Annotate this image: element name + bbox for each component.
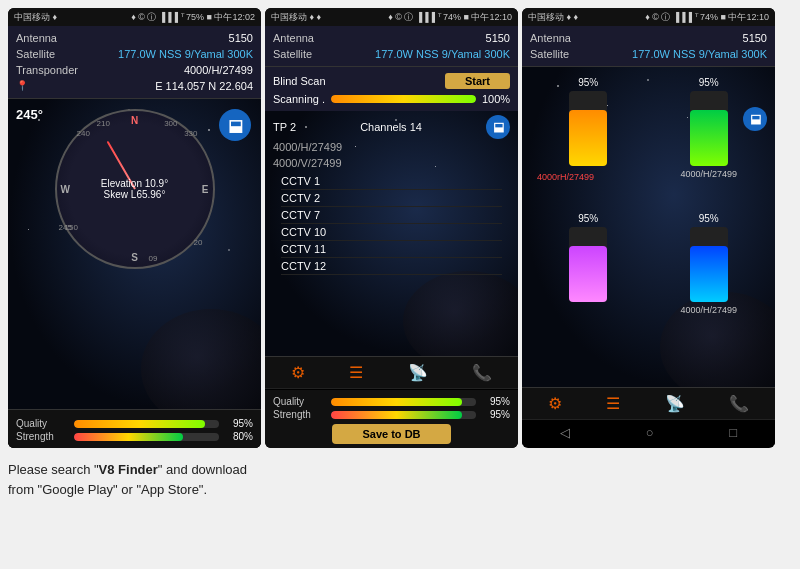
compass-north: N bbox=[131, 115, 138, 126]
signal-bar-fill-4 bbox=[690, 246, 728, 302]
settings-icon-3[interactable]: ⚙ bbox=[548, 394, 562, 413]
strength-fill-1 bbox=[74, 433, 183, 441]
signal-label-4: 4000/H/27499 bbox=[680, 305, 737, 315]
antenna-label-2: Antenna bbox=[273, 32, 314, 44]
signal-bar-fill-2 bbox=[690, 110, 728, 166]
signal-pct-4-top: 95% bbox=[699, 213, 719, 224]
compass-south: S bbox=[131, 252, 138, 263]
description-section: Please search "V8 Finder" and download f… bbox=[0, 452, 800, 499]
satellite-row-2: Satellite 177.0W NSS 9/Yamal 300K bbox=[273, 46, 510, 62]
satellite-row-1: Satellite 177.0W NSS 9/Yamal 300K bbox=[16, 46, 253, 62]
phone-icon-2[interactable]: 📞 bbox=[472, 363, 492, 382]
transponder-label-1: Transponder bbox=[16, 64, 78, 76]
strength-track-2 bbox=[331, 411, 476, 419]
bars-section-2: Quality 95% Strength 95% Save to DB bbox=[265, 390, 518, 448]
bluetooth-button-2[interactable]: ⬓ bbox=[486, 115, 510, 139]
transponder-row-1: Transponder 4000/H/27499 bbox=[16, 62, 253, 78]
antenna-row-3: Antenna 5150 bbox=[530, 30, 767, 46]
tp-row: TP 2 Channels 14 ⬓ bbox=[273, 115, 510, 139]
save-to-db-button[interactable]: Save to DB bbox=[332, 424, 450, 444]
quality-bar-1: Quality 95% bbox=[16, 418, 253, 429]
phone-screen-3: 中国移动 ♦ ♦ ♦ © ⓘ ▐▐▐ ᵀ 74% ■ 中午12:10 Anten… bbox=[522, 8, 775, 448]
phone-icon-3[interactable]: 📞 bbox=[729, 394, 749, 413]
strength-label-2: Strength bbox=[273, 409, 325, 420]
signal-bar-fill-1 bbox=[569, 110, 607, 166]
channel-cctv11: CCTV 11 bbox=[281, 241, 502, 258]
signal-bar-3 bbox=[569, 227, 607, 302]
transponder1: 4000/H/27499 bbox=[273, 139, 510, 155]
compass-west: W bbox=[61, 184, 70, 195]
phone-screen-1: 中国移动 ♦ ♦ © ⓘ ▐▐▐ ᵀ 75% ■ 中午12:02 Antenna… bbox=[8, 8, 261, 448]
description-line1-post: " and download bbox=[158, 462, 247, 477]
antenna-value-3: 5150 bbox=[743, 32, 767, 44]
bluetooth-btn-3-container: ⬓ bbox=[743, 107, 767, 131]
quality-fill-1 bbox=[74, 420, 205, 428]
signal-bars-grid: 95% 95% 4000/H/27499 ⬓ bbox=[522, 67, 775, 325]
satellite-label-1: Satellite bbox=[16, 48, 55, 60]
antenna-row-2: Antenna 5150 bbox=[273, 30, 510, 46]
deg-09: 09 bbox=[149, 254, 158, 263]
signal-label-2: 4000/H/27499 bbox=[680, 169, 737, 179]
satellite-icon-2[interactable]: 📡 bbox=[408, 363, 428, 382]
home-btn-3[interactable]: ○ bbox=[646, 425, 654, 440]
status-bar-2: 中国移动 ♦ ♦ ♦ © ⓘ ▐▐▐ ᵀ 74% ■ 中午12:10 bbox=[265, 8, 518, 26]
description-line2: from "Google Play" or "App Store". bbox=[8, 482, 207, 497]
deg-210: 210 bbox=[97, 119, 110, 128]
status-right-1: ♦ © ⓘ ▐▐▐ ᵀ 75% ■ 中午12:02 bbox=[131, 11, 255, 24]
quality-pct-1: 95% bbox=[225, 418, 253, 429]
blind-scan-row: Blind Scan Start bbox=[273, 71, 510, 91]
degree-label: 245° bbox=[16, 107, 43, 122]
screen2-content: TP 2 Channels 14 ⬓ 4000/H/27499 4000/V/2… bbox=[265, 111, 518, 356]
satellite-value-3: 177.0W NSS 9/Yamal 300K bbox=[632, 48, 767, 60]
deg-330: 330 bbox=[184, 129, 197, 138]
quality-track-2 bbox=[331, 398, 476, 406]
bottom-nav-3: ⚙ ☰ 📡 📞 bbox=[522, 387, 775, 419]
search-icon-3[interactable]: ☰ bbox=[606, 394, 620, 413]
info-section-1: Antenna 5150 Satellite 177.0W NSS 9/Yama… bbox=[8, 26, 261, 99]
red-transponder-label: 4000rH/27499 bbox=[537, 172, 594, 182]
signal-item-3: 95% bbox=[530, 213, 647, 315]
quality-fill-2 bbox=[331, 398, 462, 406]
signal-pct-3-top: 95% bbox=[578, 213, 598, 224]
satellite-icon-3[interactable]: 📡 bbox=[665, 394, 685, 413]
planet-decoration bbox=[141, 309, 261, 409]
signal-bar-1 bbox=[569, 91, 607, 166]
screen1-content: 245° N S E W 245 240 210 300 330 150 09 bbox=[8, 99, 261, 409]
quality-label-1: Quality bbox=[16, 418, 68, 429]
scanning-fill bbox=[331, 95, 476, 103]
status-right-3: ♦ © ⓘ ▐▐▐ ᵀ 74% ■ 中午12:10 bbox=[645, 11, 769, 24]
settings-icon-2[interactable]: ⚙ bbox=[291, 363, 305, 382]
strength-bar-2: Strength 95% bbox=[273, 409, 510, 420]
transponder-value-1: 4000/H/27499 bbox=[184, 64, 253, 76]
bluetooth-button-3[interactable]: ⬓ bbox=[743, 107, 767, 131]
deg-240: 240 bbox=[77, 129, 90, 138]
quality-label-2: Quality bbox=[273, 396, 325, 407]
phone-screen-2: 中国移动 ♦ ♦ ♦ © ⓘ ▐▐▐ ᵀ 74% ■ 中午12:10 Anten… bbox=[265, 8, 518, 448]
signal-bar-4 bbox=[690, 227, 728, 302]
recents-btn-3[interactable]: □ bbox=[729, 425, 737, 440]
scanning-row: Scanning . 100% bbox=[273, 91, 510, 107]
blind-scan-section: Blind Scan Start Scanning . 100% bbox=[265, 67, 518, 111]
status-right-2: ♦ © ⓘ ▐▐▐ ᵀ 74% ■ 中午12:10 bbox=[388, 11, 512, 24]
antenna-label-3: Antenna bbox=[530, 32, 571, 44]
status-left-2: 中国移动 ♦ ♦ bbox=[271, 11, 321, 24]
skew-label: Skew L65.96° bbox=[101, 189, 168, 200]
channel-cctv2: CCTV 2 bbox=[281, 190, 502, 207]
search-icon-2[interactable]: ☰ bbox=[349, 363, 363, 382]
start-button[interactable]: Start bbox=[445, 73, 510, 89]
antenna-value-2: 5150 bbox=[486, 32, 510, 44]
status-bar-1: 中国移动 ♦ ♦ © ⓘ ▐▐▐ ᵀ 75% ■ 中午12:02 bbox=[8, 8, 261, 26]
signal-bar-fill-3 bbox=[569, 246, 607, 302]
signal-pct-2-top: 95% bbox=[699, 77, 719, 88]
planet-decoration-2 bbox=[403, 271, 518, 356]
channel-cctv7: CCTV 7 bbox=[281, 207, 502, 224]
deg-20: 20 bbox=[194, 238, 203, 247]
location-row: 📍 E 114.057 N 22.604 bbox=[16, 78, 253, 94]
transponder2: 4000/V/27499 bbox=[273, 155, 510, 171]
compass-ring: N S E W 245 240 210 300 330 150 09 20 bbox=[55, 109, 215, 269]
quality-track-1 bbox=[74, 420, 219, 428]
back-btn-3[interactable]: ◁ bbox=[560, 425, 570, 440]
bluetooth-button-1[interactable]: ⬓ bbox=[219, 109, 251, 141]
location-value: E 114.057 N 22.604 bbox=[155, 80, 253, 92]
tp-label: TP 2 bbox=[273, 121, 296, 133]
